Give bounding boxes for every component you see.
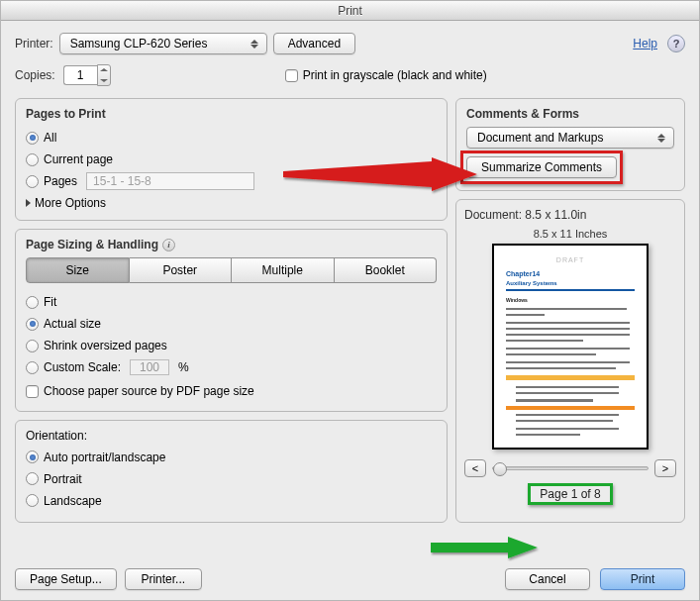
- preview-subheading: Windows: [506, 297, 635, 304]
- orientation-group: Orientation: Auto portrait/landscape Por…: [15, 420, 448, 523]
- copies-input[interactable]: [63, 65, 97, 85]
- checkbox-icon: [285, 69, 298, 82]
- annotation-arrow-green: [431, 536, 540, 561]
- orientation-title: Orientation:: [26, 429, 437, 443]
- comments-forms-group: Comments & Forms Document and Markups Su…: [455, 98, 685, 191]
- printer-button[interactable]: Printer...: [125, 568, 202, 590]
- updown-icon: [249, 40, 260, 49]
- comments-forms-title: Comments & Forms: [466, 107, 674, 121]
- page-counter: Page 1 of 8: [532, 485, 608, 503]
- sizing-group: Page Sizing & Handling i Size Poster Mul…: [15, 229, 448, 412]
- seg-size[interactable]: Size: [26, 257, 130, 283]
- page-dimensions: 8.5 x 11 Inches: [464, 228, 676, 240]
- cancel-button[interactable]: Cancel: [505, 568, 590, 590]
- page-preview: DRAFT Chapter14 Auxiliary Systems Window…: [492, 244, 649, 450]
- radio-pages[interactable]: [26, 175, 39, 188]
- radio-fit[interactable]: [26, 296, 39, 309]
- copies-up[interactable]: [98, 65, 110, 75]
- grayscale-checkbox[interactable]: Print in grayscale (black and white): [285, 68, 487, 82]
- disclosure-right-icon: [26, 199, 31, 207]
- preview-heading: Auxiliary Systems: [506, 279, 635, 291]
- radio-custom[interactable]: [26, 361, 39, 374]
- copies-label: Copies:: [15, 68, 55, 82]
- printer-value: Samsung CLP-620 Series: [70, 37, 208, 50]
- printer-label: Printer:: [15, 37, 53, 50]
- copies-stepper[interactable]: [63, 64, 111, 86]
- window-title: Print: [1, 1, 699, 21]
- printer-select[interactable]: Samsung CLP-620 Series: [59, 33, 267, 54]
- radio-actual[interactable]: [26, 318, 39, 331]
- help-link[interactable]: Help: [633, 37, 657, 50]
- paper-source-checkbox[interactable]: Choose paper source by PDF page size: [26, 384, 254, 398]
- preview-next-button[interactable]: >: [654, 459, 676, 477]
- info-icon[interactable]: i: [162, 239, 175, 251]
- help-icon[interactable]: ?: [667, 35, 685, 52]
- more-options-toggle[interactable]: More Options: [26, 196, 437, 210]
- advanced-button[interactable]: Advanced: [273, 33, 355, 54]
- updown-icon: [655, 134, 667, 143]
- seg-multiple[interactable]: Multiple: [232, 257, 335, 283]
- seg-booklet[interactable]: Booklet: [335, 257, 438, 283]
- radio-auto-orient[interactable]: [26, 451, 39, 463]
- radio-all[interactable]: [26, 132, 39, 145]
- preview-prev-button[interactable]: <: [464, 459, 486, 477]
- copies-down[interactable]: [98, 75, 110, 85]
- pages-to-print-group: Pages to Print All Current page Pages: [15, 98, 448, 221]
- sizing-segmented: Size Poster Multiple Booklet: [26, 257, 437, 283]
- document-dimensions: Document: 8.5 x 11.0in: [464, 208, 676, 222]
- seg-poster[interactable]: Poster: [130, 257, 233, 283]
- print-button[interactable]: Print: [600, 568, 685, 590]
- pages-range-input[interactable]: [86, 172, 254, 190]
- preview-watermark: DRAFT: [506, 255, 635, 265]
- preview-group: Document: 8.5 x 11.0in 8.5 x 11 Inches D…: [455, 199, 685, 523]
- sizing-title: Page Sizing & Handling: [26, 238, 158, 251]
- comments-forms-select[interactable]: Document and Markups: [466, 127, 674, 149]
- radio-portrait[interactable]: [26, 472, 39, 485]
- page-setup-button[interactable]: Page Setup...: [15, 568, 117, 590]
- radio-current[interactable]: [26, 153, 39, 166]
- radio-shrink[interactable]: [26, 340, 39, 352]
- radio-landscape[interactable]: [26, 494, 39, 507]
- preview-slider[interactable]: [492, 466, 649, 470]
- pages-to-print-title: Pages to Print: [26, 107, 437, 121]
- svg-marker-1: [431, 537, 538, 558]
- preview-chapter: Chapter14: [506, 269, 635, 279]
- custom-scale-input[interactable]: [130, 359, 169, 375]
- summarize-comments-button[interactable]: Summarize Comments: [466, 156, 617, 178]
- checkbox-icon: [26, 385, 39, 398]
